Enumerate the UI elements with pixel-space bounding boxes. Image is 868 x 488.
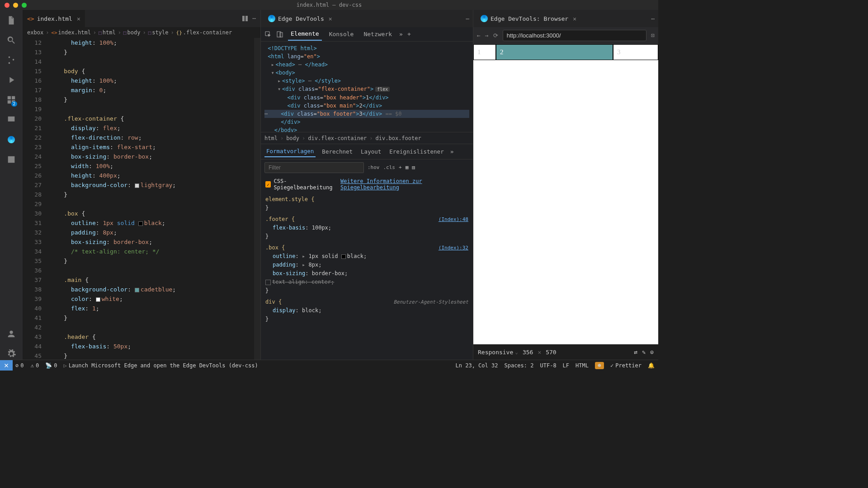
gear-icon[interactable] (5, 348, 17, 360)
filter-input[interactable] (264, 162, 364, 173)
feedback-icon[interactable]: ☻ (595, 362, 604, 369)
back-icon[interactable]: ← (477, 32, 481, 39)
code-lines[interactable]: height: 100%; } body { height: 100%; mar… (50, 38, 260, 360)
flexbox-icon[interactable]: ▦ (406, 164, 409, 170)
launch-edge-button[interactable]: ▷Launch Microsoft Edge and open the Edge… (63, 362, 258, 369)
eol-status[interactable]: LF (563, 362, 569, 369)
more-tabs-icon[interactable]: » (399, 31, 403, 38)
explorer-icon[interactable] (5, 14, 17, 26)
inspect-icon[interactable] (264, 31, 272, 38)
split-editor-icon[interactable] (241, 15, 249, 22)
devtools-panel: Edge DevTools ✕ ⋯ Elemente Konsole Netzw… (260, 10, 473, 360)
tab-layout[interactable]: Layout (359, 146, 383, 157)
svg-rect-1 (280, 33, 283, 37)
editor-group: <> index.html ✕ ⋯ exbox› <> index.html› … (23, 10, 260, 360)
fit-icon[interactable]: ⊙ (650, 349, 654, 356)
styles-pane[interactable]: element.style {} (Index):48 .footer { fl… (261, 193, 473, 360)
device-toolbar: Responsive ⌄ 356 ✕ 570 ⇄ ✎ ⊙ (473, 344, 658, 360)
edge-icon[interactable] (5, 134, 17, 145)
browser-tabbar: Edge DevTools: Browser ✕ ⋯ (473, 10, 658, 27)
cls-toggle[interactable]: .cls (383, 164, 396, 170)
forward-icon[interactable]: → (485, 32, 489, 39)
tab-formatvorlagen[interactable]: Formatvorlagen (264, 146, 316, 157)
account-icon[interactable] (5, 328, 17, 340)
source-link[interactable]: (Index):32 (439, 244, 468, 252)
dom-tree[interactable]: <!DOCTYPE html> <html lang="en"> ▸<head>… (261, 42, 473, 132)
editor-tab-actions: ⋯ (241, 15, 260, 22)
close-icon[interactable]: ✕ (329, 15, 332, 22)
close-icon[interactable]: ✕ (77, 15, 80, 22)
search-icon[interactable] (5, 34, 17, 46)
devtools-toolbar: Elemente Konsole Netzwerk » + (261, 27, 473, 42)
browser-panel: Edge DevTools: Browser ✕ ⋯ ← → ⟳ ⊡ 1 2 3… (473, 10, 658, 360)
gallery-icon[interactable] (5, 154, 17, 165)
scm-icon[interactable] (5, 54, 17, 66)
add-tab-icon[interactable]: + (407, 31, 411, 38)
dom-path[interactable]: html› body› div.flex-container› div.box.… (261, 132, 473, 144)
html-icon: <> (27, 15, 34, 22)
devtools-tab[interactable]: Edge DevTools ✕ (264, 13, 336, 24)
statusbar: ⊘0 ⚠0 📡0 ▷Launch Microsoft Edge and open… (0, 360, 658, 371)
inspect-icon[interactable]: ⊡ (651, 32, 655, 39)
device-select[interactable]: Responsive ⌄ (478, 349, 518, 356)
cursor-position[interactable]: Ln 23, Col 32 (456, 362, 498, 369)
device-icon[interactable] (276, 31, 283, 38)
hov-toggle[interactable]: :hov (368, 164, 380, 170)
more-icon[interactable]: ⋯ (466, 15, 469, 22)
tab-ereignislistener[interactable]: Ereignislistener (387, 146, 445, 157)
remote-icon[interactable] (5, 114, 17, 126)
flex-container-preview: 1 2 3 (473, 44, 658, 60)
box-header: 1 (473, 44, 496, 60)
screenshot-icon[interactable]: ✎ (642, 349, 646, 356)
rotate-icon[interactable]: ⇄ (634, 349, 638, 356)
editor-tabs: <> index.html ✕ ⋯ (23, 10, 260, 27)
extensions-icon[interactable]: 2 (5, 94, 17, 106)
tab-konsole[interactable]: Konsole (326, 28, 357, 40)
styles-filter-row: :hov .cls + ▦ ▥ (261, 159, 473, 175)
mirror-info-link[interactable]: Weitere Informationen zur Spiegelbearbei… (340, 178, 468, 191)
browser-toolbar: ← → ⟳ ⊡ (473, 27, 658, 44)
indent-status[interactable]: Spaces: 2 (504, 362, 533, 369)
computed-icon[interactable]: ▥ (412, 164, 415, 170)
extensions-badge: 2 (11, 101, 17, 107)
source-link[interactable]: (Index):48 (439, 215, 468, 224)
tab-netzwerk[interactable]: Netzwerk (361, 28, 395, 40)
breadcrumb[interactable]: exbox› <> index.html› ⬚ html› ⬚ body› ⬚ … (23, 27, 260, 38)
main-layout: 2 <> index.html ✕ ⋯ exbox› <> index.html… (0, 10, 658, 360)
gutter: 1213141516171819202122232425262728293031… (23, 38, 50, 360)
notifications-icon[interactable]: 🔔 (648, 362, 655, 369)
address-bar[interactable] (503, 30, 647, 41)
device-height[interactable]: 570 (546, 349, 556, 356)
browser-tab[interactable]: Edge DevTools: Browser ✕ (477, 13, 580, 24)
run-debug-icon[interactable] (5, 74, 17, 86)
editor-tab-index[interactable]: <> index.html ✕ (23, 10, 85, 27)
more-icon[interactable]: ⋯ (252, 15, 256, 22)
code-editor[interactable]: 1213141516171819202122232425262728293031… (23, 38, 260, 360)
prettier-status[interactable]: ✓Prettier (610, 362, 642, 369)
encoding-status[interactable]: UTF-8 (540, 362, 556, 369)
close-icon[interactable]: ✕ (573, 15, 576, 22)
devtools-tabbar: Edge DevTools ✕ ⋯ (261, 10, 473, 27)
browser-viewport: 1 2 3 Responsive ⌄ 356 ✕ 570 ⇄ ✎ ⊙ (473, 44, 658, 360)
more-tabs-icon[interactable]: » (450, 148, 454, 155)
language-status[interactable]: HTML (576, 362, 589, 369)
mirror-row: ✓ CSS-Spiegelbearbeitung Weitere Informa… (261, 175, 473, 193)
tab-elemente[interactable]: Elemente (288, 28, 322, 41)
activity-bar: 2 (0, 10, 23, 360)
box-footer: 3 (613, 44, 658, 60)
errors-count[interactable]: ⊘0 ⚠0 (15, 362, 39, 369)
edge-browser-icon (481, 15, 488, 22)
reload-icon[interactable]: ⟳ (493, 32, 498, 39)
mirror-checkbox[interactable]: ✓ (265, 181, 271, 188)
device-width[interactable]: 356 (523, 349, 533, 356)
edge-browser-icon (268, 15, 275, 22)
port-status[interactable]: 📡0 (45, 362, 57, 369)
styles-tabs: Formatvorlagen Berechnet Layout Ereignis… (261, 144, 473, 159)
window-title: index.html — dev-css (0, 2, 658, 8)
tab-berechnet[interactable]: Berechnet (320, 146, 354, 157)
box-main: 2 (496, 44, 613, 60)
minimap[interactable] (254, 38, 260, 360)
add-rule-icon[interactable]: + (399, 164, 402, 170)
remote-indicator[interactable] (0, 360, 13, 371)
more-icon[interactable]: ⋯ (651, 15, 655, 22)
